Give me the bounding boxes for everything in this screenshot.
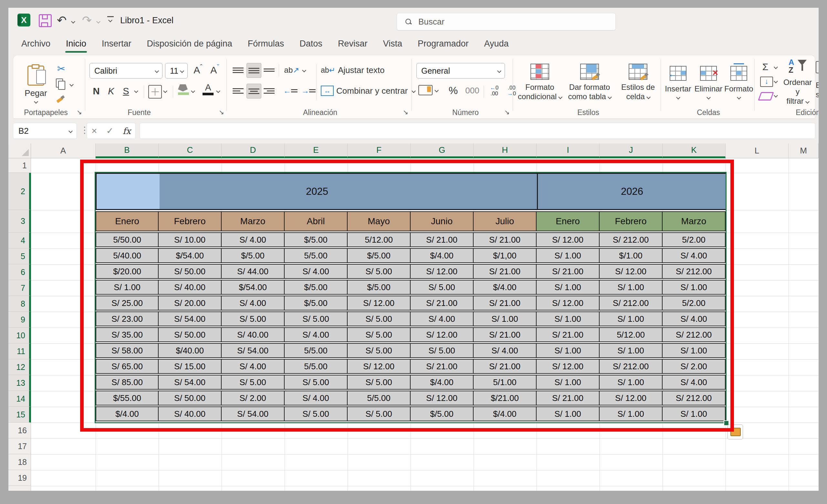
data-cell[interactable]: S/ 21.00	[474, 359, 537, 374]
data-cell[interactable]: S/ 1.00	[599, 375, 663, 390]
number-dialog-launcher-icon[interactable]: ↘	[504, 109, 512, 116]
align-center-button[interactable]	[246, 84, 261, 99]
data-cell[interactable]: S/ 21.00	[474, 296, 537, 310]
row-header-15[interactable]: 15	[8, 407, 31, 422]
data-cell[interactable]: S/ 50.00	[159, 264, 222, 279]
data-cell[interactable]: S/ 1.00	[96, 280, 159, 295]
data-cell[interactable]: S/ 4.00	[663, 248, 726, 263]
data-cell[interactable]: 5/2.00	[663, 296, 726, 310]
undo-button[interactable]: ↶	[57, 13, 66, 27]
row-header-7[interactable]: 7	[8, 280, 31, 296]
tab-vista[interactable]: Vista	[375, 36, 410, 52]
data-cell[interactable]: S/ 21.00	[410, 296, 474, 310]
save-icon[interactable]	[39, 14, 52, 27]
data-cell[interactable]: S/ 21.00	[537, 391, 599, 405]
increase-decimal-button[interactable]: ←0.00	[486, 84, 502, 98]
fill-color-button[interactable]	[178, 84, 189, 95]
data-cell[interactable]: $/1.00	[599, 248, 663, 263]
data-cell[interactable]: S/ 54.00	[159, 375, 222, 390]
data-cell[interactable]: S/ 1.00	[663, 406, 726, 421]
cut-icon[interactable]: ✂	[57, 63, 65, 74]
data-cell[interactable]: S/ 212.00	[663, 391, 726, 405]
data-cell[interactable]: 5/12.00	[599, 327, 663, 342]
data-cell[interactable]: S/ 4.00	[474, 343, 537, 358]
month-header-2025-julio[interactable]: Julio	[474, 211, 537, 231]
data-cell[interactable]: S/ 5.00	[410, 280, 474, 295]
month-header-2026-febrero[interactable]: Febrero	[599, 211, 663, 231]
underline-button[interactable]: S	[119, 84, 133, 99]
paste-button[interactable]: Pegar	[20, 62, 51, 107]
italic-button[interactable]: K	[104, 84, 118, 99]
data-cell[interactable]: S/ 21.00	[474, 264, 537, 279]
data-cell[interactable]: 5/5.00	[285, 248, 348, 263]
data-cell[interactable]: S/ 54.00	[222, 343, 285, 358]
data-cell[interactable]: S/ 40.00	[222, 327, 285, 342]
row-header-9[interactable]: 9	[8, 312, 31, 327]
format-painter-button[interactable]	[56, 94, 65, 104]
column-header-G[interactable]: G	[410, 143, 474, 158]
data-cell[interactable]: S/ 5.00	[348, 343, 410, 358]
data-cell[interactable]: $/54.00	[222, 280, 285, 295]
data-cell[interactable]: S/ 5.00	[285, 406, 348, 421]
row-header-11[interactable]: 11	[8, 343, 31, 359]
copy-dropdown-icon[interactable]	[69, 83, 74, 87]
data-cell[interactable]: 5/5.00	[285, 359, 348, 374]
month-header-2025-abril[interactable]: Abril	[285, 211, 348, 231]
format-cells-button[interactable]: Formato	[725, 59, 753, 106]
data-cell[interactable]: $/4.00	[96, 406, 159, 421]
number-format-combo[interactable]: General	[417, 63, 505, 79]
font-dialog-launcher-icon[interactable]: ↘	[219, 109, 226, 116]
month-header-2026-marzo[interactable]: Marzo	[663, 211, 726, 231]
tab-inicio[interactable]: Inicio	[58, 36, 94, 52]
data-cell[interactable]: S/ 85.00	[96, 375, 159, 390]
row-header-16[interactable]: 16	[8, 422, 31, 439]
data-cell[interactable]: S/ 12.00	[410, 264, 474, 279]
data-cell[interactable]: $/4.00	[474, 406, 537, 421]
row-header-1[interactable]: 1	[8, 158, 31, 173]
column-header-F[interactable]: F	[348, 143, 410, 158]
font-size-combo[interactable]: 11	[165, 63, 188, 79]
data-cell[interactable]: S/ 212.00	[599, 359, 663, 374]
data-cell[interactable]: S/ 5.00	[285, 311, 348, 326]
data-cell[interactable]: $/4.00	[410, 248, 474, 263]
data-cell[interactable]: S/ 50.00	[159, 327, 222, 342]
format-as-table-button[interactable]: Dar formatocomo tabla	[564, 59, 615, 106]
data-cell[interactable]: S/ 12.00	[348, 359, 410, 374]
row-header-8[interactable]: 8	[8, 296, 31, 312]
data-cell[interactable]: S/ 12.00	[537, 296, 599, 310]
row-header-5[interactable]: 5	[8, 248, 31, 264]
clear-button[interactable]	[758, 92, 774, 100]
autofill-options-button[interactable]	[728, 424, 743, 439]
align-left-button[interactable]	[231, 84, 245, 98]
column-header-J[interactable]: J	[599, 143, 663, 158]
column-header-E[interactable]: E	[285, 143, 348, 158]
data-cell[interactable]: S/ 1.00	[474, 311, 537, 326]
tab-datos[interactable]: Datos	[292, 36, 330, 52]
data-cell[interactable]: $/5.00	[348, 248, 410, 263]
month-header-2025-mayo[interactable]: Mayo	[348, 211, 410, 231]
data-cell[interactable]: S/ 1.00	[663, 343, 726, 358]
row-header-18[interactable]: 18	[8, 454, 31, 470]
alignment-dialog-launcher-icon[interactable]: ↘	[403, 109, 410, 116]
data-cell[interactable]: S/ 1.00	[537, 375, 599, 390]
tab-revisar[interactable]: Revisar	[330, 36, 375, 52]
data-cell[interactable]: $/4.00	[474, 280, 537, 295]
data-cell[interactable]: S/ 1.00	[599, 343, 663, 358]
month-header-2026-enero[interactable]: Enero	[537, 211, 599, 231]
decrease-font-button[interactable]: Aˇ	[207, 62, 223, 78]
row-header-3[interactable]: 3	[8, 210, 31, 233]
data-cell[interactable]: S/ 15.00	[159, 359, 222, 374]
cancel-icon[interactable]: ×	[91, 125, 97, 136]
month-header-2025-febrero[interactable]: Febrero	[159, 211, 222, 231]
column-header-K[interactable]: K	[663, 143, 726, 158]
data-cell[interactable]: S/ 40.00	[159, 280, 222, 295]
data-cell[interactable]: 5/50.00	[96, 232, 159, 247]
fill-dropdown-icon[interactable]	[774, 79, 778, 83]
data-cell[interactable]: S/ 212.00	[663, 264, 726, 279]
data-cell[interactable]: S/ 21.00	[410, 232, 474, 247]
data-cell[interactable]: S/ 54.00	[222, 406, 285, 421]
font-color-dropdown-icon[interactable]	[216, 89, 220, 93]
data-cell[interactable]: S/ 21.00	[537, 264, 599, 279]
excel-app-icon[interactable]: X	[17, 13, 30, 27]
tab-programador[interactable]: Programador	[410, 36, 477, 52]
